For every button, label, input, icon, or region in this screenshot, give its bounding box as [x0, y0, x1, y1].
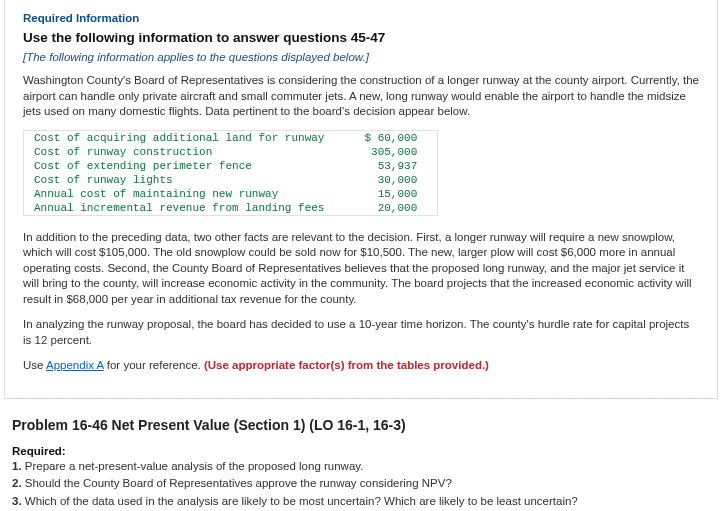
item-text: Which of the data used in the analysis a…: [25, 495, 578, 507]
problem-block: Problem 16-46 Net Present Value (Section…: [0, 399, 722, 511]
table-row: Annual cost of maintaining new runway15,…: [24, 187, 438, 201]
use-appendix-line: Use Appendix A for your reference. (Use …: [23, 358, 699, 374]
item-number: 2.: [12, 477, 25, 489]
item-text: Prepare a net-present-value analysis of …: [25, 460, 364, 472]
applies-note: [The following information applies to th…: [23, 51, 699, 63]
row-label: Cost of acquiring additional land for ru…: [24, 130, 335, 145]
intro-paragraph: Washington County's Board of Representat…: [23, 73, 699, 120]
list-item: 2. Should the County Board of Representa…: [12, 476, 710, 492]
cost-data-table: Cost of acquiring additional land for ru…: [23, 130, 438, 216]
item-number: 3.: [12, 495, 25, 507]
item-number: 1.: [12, 460, 25, 472]
row-label: Cost of runway lights: [24, 173, 335, 187]
list-item: 3. Which of the data used in the analysi…: [12, 494, 710, 510]
row-label: Annual cost of maintaining new runway: [24, 187, 335, 201]
problem-title: Problem 16-46 Net Present Value (Section…: [12, 417, 710, 433]
info-card: Required Information Use the following i…: [4, 0, 718, 399]
appendix-link[interactable]: Appendix A: [46, 359, 104, 371]
row-label: Cost of runway construction: [24, 145, 335, 159]
required-info-label: Required Information: [23, 12, 699, 24]
use-text-post: for your reference.: [104, 359, 204, 371]
row-value: 30,000: [334, 173, 437, 187]
context-paragraph-2: In addition to the preceding data, two o…: [23, 230, 699, 308]
table-row: Cost of extending perimeter fence53,937: [24, 159, 438, 173]
row-label: Annual incremental revenue from landing …: [24, 201, 335, 216]
table-row: Cost of acquiring additional land for ru…: [24, 130, 438, 145]
table-row: Annual incremental revenue from landing …: [24, 201, 438, 216]
row-value: 53,937: [334, 159, 437, 173]
item-text: Should the County Board of Representativ…: [25, 477, 452, 489]
row-value: $ 60,000: [334, 130, 437, 145]
required-list: 1. Prepare a net-present-value analysis …: [12, 459, 710, 510]
row-label: Cost of extending perimeter fence: [24, 159, 335, 173]
table-row: Cost of runway construction305,000: [24, 145, 438, 159]
list-item: 1. Prepare a net-present-value analysis …: [12, 459, 710, 475]
context-paragraph-3: In analyzing the runway proposal, the bo…: [23, 317, 699, 348]
use-factor-note: (Use appropriate factor(s) from the tabl…: [204, 359, 489, 371]
use-text-pre: Use: [23, 359, 46, 371]
use-heading: Use the following information to answer …: [23, 30, 699, 45]
row-value: 20,000: [334, 201, 437, 216]
required-label: Required:: [12, 445, 710, 457]
table-row: Cost of runway lights30,000: [24, 173, 438, 187]
row-value: 305,000: [334, 145, 437, 159]
row-value: 15,000: [334, 187, 437, 201]
